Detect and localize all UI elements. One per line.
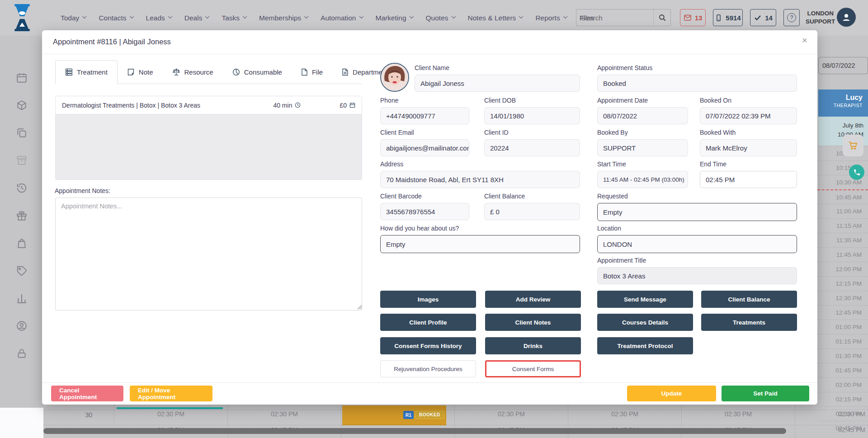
nav-item-marketing[interactable]: Marketing: [376, 14, 413, 22]
calls-badge[interactable]: 5914: [713, 9, 743, 26]
nav-item-quotes[interactable]: Quotes: [426, 14, 455, 22]
tab-file[interactable]: File: [292, 60, 332, 84]
set-paid-button[interactable]: Set Paid: [722, 386, 809, 401]
time-slot[interactable]: 10:45 AM: [817, 189, 868, 204]
tab-consumable[interactable]: Consumable: [223, 60, 292, 84]
booked-on-input[interactable]: 07/07/2022 02:39 PM: [700, 107, 797, 124]
rejuvenation-procedures-button[interactable]: Rejuvenation Procedures: [380, 360, 476, 377]
time-slot[interactable]: 12:45 PM: [817, 305, 868, 320]
calendar-column[interactable]: 02:30 PM02:45 PM: [795, 405, 868, 438]
time-slot[interactable]: 01:15 PM: [817, 334, 868, 349]
package-icon[interactable]: [16, 99, 28, 111]
call-button[interactable]: [849, 165, 864, 180]
search-button[interactable]: [653, 9, 670, 26]
search-input[interactable]: [576, 9, 654, 26]
hear-about-select[interactable]: Empty: [380, 235, 580, 253]
bar-chart-icon[interactable]: [16, 292, 28, 304]
user-avatar[interactable]: [837, 8, 856, 27]
horizontal-scrollbar[interactable]: [43, 428, 786, 434]
app-logo-hourglass-icon[interactable]: [14, 4, 31, 31]
history-icon[interactable]: [16, 182, 28, 194]
time-slot[interactable]: 11:00 AM: [817, 204, 868, 218]
messages-badge[interactable]: 13: [680, 9, 706, 26]
phone-input[interactable]: +447490009777: [380, 107, 469, 124]
time-slot[interactable]: 12:15 PM: [817, 276, 868, 291]
images-button[interactable]: Images: [380, 291, 476, 308]
nav-item-memberships[interactable]: Memberships: [259, 14, 308, 22]
time-slot[interactable]: 12:30 PM: [817, 291, 868, 305]
time-slot[interactable]: 11:15 AM: [817, 218, 868, 233]
treatment-protocol-button[interactable]: Treatment Protocol: [597, 337, 693, 354]
tag-icon[interactable]: [16, 265, 28, 277]
cancel-appointment-button[interactable]: Cancel Appointment: [51, 386, 123, 401]
client-email-input[interactable]: abigailjones@mailinator.com: [380, 139, 469, 156]
time-slot[interactable]: 01:00 PM: [817, 320, 868, 334]
nav-item-contacts[interactable]: Contacts: [99, 14, 133, 22]
help-badge[interactable]: ?: [783, 9, 800, 26]
drinks-button[interactable]: Drinks: [485, 337, 581, 354]
client-balance-button[interactable]: Client Balance: [701, 291, 797, 308]
add-review-button[interactable]: Add Review: [485, 291, 581, 308]
chevron-down-icon: [168, 14, 172, 19]
client-profile-button[interactable]: Client Profile: [380, 314, 476, 331]
staff-column-header[interactable]: Lucy THERAPIST: [818, 89, 868, 117]
client-barcode-input[interactable]: 3455678976554: [380, 203, 469, 220]
nav-item-automation[interactable]: Automation: [321, 14, 363, 22]
client-photo[interactable]: [380, 63, 409, 92]
appointment-status-input[interactable]: Booked: [597, 75, 797, 92]
consent-forms-button[interactable]: Consent Forms: [485, 360, 581, 377]
time-slot[interactable]: 01:45 PM: [817, 363, 868, 377]
lock-icon[interactable]: [16, 348, 28, 359]
tab-resource[interactable]: Resource: [163, 60, 223, 84]
time-slot[interactable]: 11:45 AM: [817, 247, 868, 262]
tab-treatment[interactable]: Treatment: [55, 60, 118, 84]
calendar-date-input[interactable]: 08/07/2022: [818, 57, 868, 74]
nav-item-reports[interactable]: Reports: [535, 14, 566, 22]
calendar-icon[interactable]: [16, 72, 28, 84]
time-slot[interactable]: 02:00 PM: [817, 377, 868, 392]
location-select[interactable]: LONDON: [597, 235, 797, 253]
clock-icon: [295, 102, 301, 108]
time-slot[interactable]: 01:30 PM: [817, 349, 868, 363]
shopping-bag-icon[interactable]: [16, 237, 28, 249]
client-name-input[interactable]: Abigail Joness: [415, 75, 580, 92]
appointment-date-input[interactable]: 08/07/2022: [597, 107, 688, 124]
appointment-title-input[interactable]: Botox 3 Areas: [597, 267, 797, 284]
gift-icon[interactable]: [16, 210, 28, 221]
client-id-input[interactable]: 20224: [484, 139, 580, 156]
send-message-button[interactable]: Send Message: [597, 291, 693, 308]
end-time-input[interactable]: 02:45 PM: [700, 171, 797, 188]
nav-item-deals[interactable]: Deals: [184, 14, 209, 22]
cart-button[interactable]: [843, 135, 863, 156]
tasks-badge[interactable]: 14: [750, 9, 776, 26]
treatment-name: Dermatologist Treatments | Botox | Botox…: [62, 102, 273, 109]
nav-item-leads[interactable]: Leads: [146, 14, 172, 22]
calendar-background: 08/07/2022 Lucy THERAPIST July 8th 10:00…: [817, 36, 868, 438]
copy-icon[interactable]: [16, 127, 28, 139]
edit-move-appointment-button[interactable]: Edit / Move Appointment: [130, 386, 212, 401]
courses-details-button[interactable]: Courses Details: [597, 314, 693, 331]
archive-icon[interactable]: [16, 155, 28, 166]
requested-select[interactable]: Empty: [597, 203, 797, 221]
consent-forms-history-button[interactable]: Consent Forms History: [380, 337, 476, 354]
nav-item-tasks[interactable]: Tasks: [222, 14, 246, 22]
time-slot[interactable]: 11:30 AM: [817, 233, 868, 247]
client-notes-button[interactable]: Client Notes: [485, 314, 581, 331]
nav-item-today[interactable]: Today: [61, 14, 86, 22]
time-slot[interactable]: 12:00 PM: [817, 262, 868, 276]
client-dob-input[interactable]: 14/01/1980: [484, 107, 580, 124]
treatments-button[interactable]: Treatments: [701, 314, 797, 331]
start-time-input[interactable]: 11:45 AM - 02:45 PM (03:00h): [597, 171, 688, 188]
client-balance-input[interactable]: £ 0: [484, 203, 580, 220]
close-icon[interactable]: ×: [802, 35, 807, 46]
appointment-notes-input[interactable]: [55, 198, 362, 311]
treatment-row[interactable]: Dermatologist Treatments | Botox | Botox…: [56, 96, 362, 114]
booked-with-input[interactable]: Mark McElroy: [700, 139, 797, 156]
booked-event-block[interactable]: R1 BOOKED: [342, 405, 446, 425]
nav-item-notes-letters[interactable]: Notes & Letters: [468, 14, 523, 22]
update-button[interactable]: Update: [627, 386, 716, 401]
booked-by-input[interactable]: SUPPORT: [597, 139, 688, 156]
support-icon[interactable]: [16, 320, 28, 332]
address-input[interactable]: 70 Maidstone Road, Abl, Ert SY11 8XH: [380, 171, 580, 188]
tab-note[interactable]: Note: [118, 60, 163, 84]
